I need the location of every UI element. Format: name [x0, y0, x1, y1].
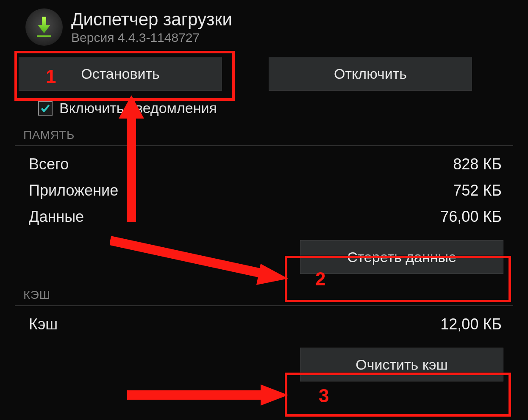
disable-button[interactable]: Отключить — [269, 57, 472, 91]
stop-button[interactable]: Остановить — [19, 57, 222, 91]
memory-section-title: ПАМЯТЬ — [15, 128, 513, 146]
app-version: Версия 4.4.3-1148727 — [71, 30, 232, 45]
clear-cache-row: Очистить кэш — [13, 348, 515, 381]
clear-data-button[interactable]: Стереть данные — [300, 240, 503, 274]
app-label: Приложение — [29, 182, 118, 199]
data-label: Данные — [29, 208, 84, 226]
clear-cache-button[interactable]: Очистить кэш — [300, 348, 503, 381]
row-total: Всего 828 КБ — [25, 151, 505, 177]
svg-rect-0 — [37, 35, 51, 37]
clear-data-row: Стереть данные — [13, 240, 515, 274]
annotation-arrow-3 — [127, 384, 288, 406]
row-data: Данные 76,00 КБ — [25, 204, 505, 230]
cache-label: Кэш — [29, 315, 58, 333]
app-info-screen: Диспетчер загрузки Версия 4.4.3-1148727 … — [0, 0, 528, 420]
app-title: Диспетчер загрузки — [71, 9, 232, 30]
row-app: Приложение 752 КБ — [25, 177, 505, 204]
app-value: 752 КБ — [453, 182, 502, 199]
app-header: Диспетчер загрузки Версия 4.4.3-1148727 — [13, 8, 515, 53]
annotation-number-3: 3 — [319, 385, 329, 406]
row-cache: Кэш 12,00 КБ — [25, 311, 505, 337]
notifications-row[interactable]: Включить уведомления — [13, 91, 515, 128]
total-label: Всего — [29, 155, 69, 173]
cache-info: Кэш 12,00 КБ — [13, 306, 515, 346]
download-manager-icon — [25, 8, 63, 46]
total-value: 828 КБ — [453, 155, 502, 173]
memory-info: Всего 828 КБ Приложение 752 КБ Данные 76… — [13, 146, 515, 238]
cache-value: 12,00 КБ — [440, 315, 502, 333]
cache-section-title: КЭШ — [15, 288, 513, 306]
notifications-label: Включить уведомления — [59, 100, 217, 116]
top-button-row: Остановить Отключить — [13, 57, 515, 91]
data-value: 76,00 КБ — [440, 208, 502, 226]
notifications-checkbox[interactable] — [38, 101, 53, 116]
